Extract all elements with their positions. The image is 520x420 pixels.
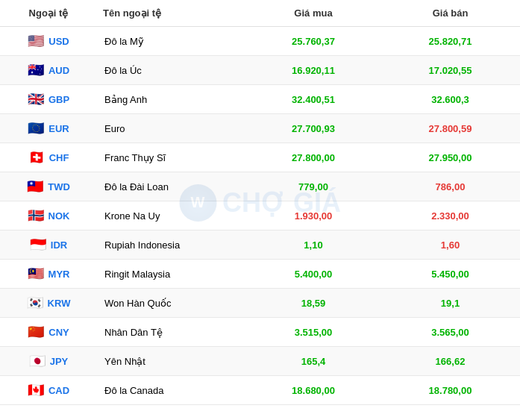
buy-price-cell: 16.920,11	[246, 56, 380, 85]
currency-table-container: W CHỢ GIÁ Ngoại tệ Tên ngoại tệ Giá mua …	[0, 0, 520, 405]
currency-code-cell: 🇳🇴NOK	[0, 201, 97, 231]
table-row: 🇹🇼TWDĐô la Đài Loan779,00786,00	[0, 172, 520, 201]
flag-icon: 🇮🇩	[30, 236, 46, 253]
buy-price-cell: 25.760,37	[246, 27, 380, 56]
sell-price-cell: 2.330,00	[380, 201, 520, 231]
flag-icon: 🇰🇷	[27, 295, 43, 311]
flag-icon: 🇬🇧	[28, 91, 44, 107]
currency-code-cell: 🇪🇺EUR	[0, 114, 97, 143]
currency-code-cell: 🇲🇾MYR	[0, 260, 97, 289]
sell-price-cell: 3.565,00	[380, 318, 520, 347]
buy-price-cell: 27.700,93	[246, 114, 380, 143]
currency-code-cell: 🇹🇼TWD	[0, 172, 97, 201]
table-header-row: Ngoại tệ Tên ngoại tệ Giá mua Giá bán	[0, 0, 520, 27]
flag-icon: 🇺🇸	[28, 33, 44, 49]
table-row: 🇳🇴NOKKrone Na Uy1.930,002.330,00	[0, 201, 520, 231]
table-row: 🇰🇷KRWWon Hàn Quốc18,5919,1	[0, 289, 520, 318]
sell-price-cell: 166,62	[380, 347, 520, 376]
buy-price-cell: 779,00	[246, 172, 380, 201]
currency-name-cell: Đô la Đài Loan	[97, 172, 246, 201]
table-row: 🇨🇦CADĐô la Canada18.680,0018.780,00	[0, 376, 520, 405]
flag-icon: 🇯🇵	[29, 353, 46, 369]
sell-price-cell: 25.820,71	[380, 27, 520, 56]
buy-price-cell: 27.800,00	[246, 143, 380, 172]
currency-code-label: EUR	[48, 123, 69, 134]
flag-icon: 🇦🇺	[28, 62, 44, 78]
currency-code-label: TWD	[48, 181, 70, 192]
buy-price-cell: 1,10	[246, 231, 380, 260]
currency-name-cell: Ringit Malaysia	[97, 260, 246, 289]
table-row: 🇲🇾MYRRingit Malaysia5.400,005.450,00	[0, 260, 520, 289]
currency-code-label: JPY	[50, 356, 69, 367]
flag-icon: 🇳🇴	[28, 207, 44, 224]
table-row: 🇬🇧GBPBảng Anh32.400,5132.600,3	[0, 85, 520, 114]
buy-price-cell: 1.930,00	[246, 201, 380, 231]
currency-code-label: USD	[48, 36, 69, 47]
buy-price-cell: 5.400,00	[246, 260, 380, 289]
sell-price-cell: 786,00	[380, 172, 520, 201]
currency-code-label: KRW	[48, 298, 71, 309]
currency-name-cell: Đô la Úc	[97, 56, 246, 85]
currency-code-cell: 🇨🇳CNY	[0, 318, 97, 347]
flag-icon: 🇨🇦	[28, 382, 44, 398]
table-row: 🇮🇩IDRRupiah Indonesia1,101,60	[0, 231, 520, 260]
flag-icon: 🇪🇺	[28, 120, 44, 137]
currency-name-cell: Franc Thụy Sĩ	[97, 143, 246, 172]
flag-icon: 🇲🇾	[28, 266, 44, 282]
buy-price-cell: 3.515,00	[246, 318, 380, 347]
sell-price-cell: 18.780,00	[380, 376, 520, 405]
currency-code-label: CAD	[48, 385, 69, 396]
header-ban: Giá bán	[380, 0, 520, 27]
table-row: 🇯🇵JPYYên Nhật165,4166,62	[0, 347, 520, 376]
currency-name-cell: Bảng Anh	[97, 85, 246, 114]
buy-price-cell: 165,4	[246, 347, 380, 376]
buy-price-cell: 32.400,51	[246, 85, 380, 114]
flag-icon: 🇨🇳	[28, 324, 44, 340]
currency-name-cell: Euro	[97, 114, 246, 143]
table-row: 🇨🇭CHFFranc Thụy Sĩ27.800,0027.950,00	[0, 143, 520, 172]
table-row: 🇺🇸USDĐô la Mỹ25.760,3725.820,71	[0, 27, 520, 56]
currency-code-label: IDR	[51, 239, 67, 251]
currency-code-cell: 🇰🇷KRW	[0, 289, 97, 318]
currency-name-cell: Krone Na Uy	[97, 201, 246, 231]
currency-table: Ngoại tệ Tên ngoại tệ Giá mua Giá bán 🇺🇸…	[0, 0, 520, 405]
sell-price-cell: 19,1	[380, 289, 520, 318]
sell-price-cell: 27.950,00	[380, 143, 520, 172]
currency-name-cell: Won Hàn Quốc	[97, 289, 246, 318]
sell-price-cell: 17.020,55	[380, 56, 520, 85]
currency-code-label: CHF	[49, 152, 69, 163]
currency-name-cell: Nhân Dân Tệ	[97, 318, 246, 347]
header-ten: Tên ngoại tệ	[97, 0, 246, 27]
currency-name-cell: Đô la Mỹ	[97, 27, 246, 56]
currency-name-cell: Rupiah Indonesia	[97, 231, 246, 260]
currency-code-cell: 🇨🇦CAD	[0, 376, 97, 405]
currency-code-cell: 🇺🇸USD	[0, 27, 97, 56]
sell-price-cell: 1,60	[380, 231, 520, 260]
sell-price-cell: 32.600,3	[380, 85, 520, 114]
currency-code-label: AUD	[48, 65, 69, 76]
header-ngoaite: Ngoại tệ	[0, 0, 97, 27]
currency-code-cell: 🇬🇧GBP	[0, 85, 97, 114]
currency-code-label: CNY	[48, 327, 69, 338]
currency-name-cell: Đô la Canada	[97, 376, 246, 405]
table-body: 🇺🇸USDĐô la Mỹ25.760,3725.820,71🇦🇺AUDĐô l…	[0, 27, 520, 405]
currency-name-cell: Yên Nhật	[97, 347, 246, 376]
currency-code-cell: 🇮🇩IDR	[0, 231, 97, 260]
currency-code-label: MYR	[48, 269, 70, 280]
currency-code-label: GBP	[48, 94, 69, 105]
flag-icon: 🇹🇼	[27, 178, 43, 195]
flag-icon: 🇨🇭	[28, 149, 45, 166]
header-mua: Giá mua	[246, 0, 380, 27]
currency-code-cell: 🇨🇭CHF	[0, 143, 97, 172]
sell-price-cell: 27.800,59	[380, 114, 520, 143]
buy-price-cell: 18.680,00	[246, 376, 380, 405]
currency-code-label: NOK	[48, 210, 70, 222]
buy-price-cell: 18,59	[246, 289, 380, 318]
table-row: 🇨🇳CNYNhân Dân Tệ3.515,003.565,00	[0, 318, 520, 347]
currency-code-cell: 🇦🇺AUD	[0, 56, 97, 85]
table-row: 🇪🇺EUREuro27.700,9327.800,59	[0, 114, 520, 143]
currency-code-cell: 🇯🇵JPY	[0, 347, 97, 376]
table-row: 🇦🇺AUDĐô la Úc16.920,1117.020,55	[0, 56, 520, 85]
sell-price-cell: 5.450,00	[380, 260, 520, 289]
